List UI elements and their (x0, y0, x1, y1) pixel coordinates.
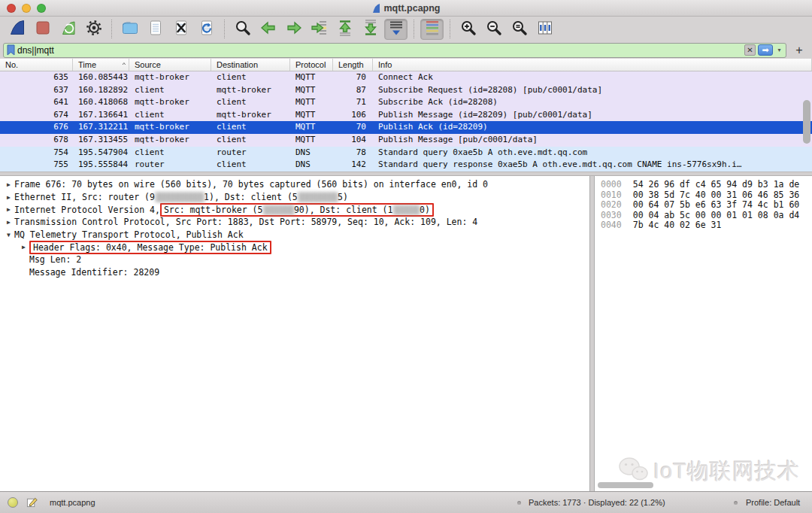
cell-src: client (129, 109, 211, 122)
resize-columns-button[interactable] (533, 19, 556, 40)
restart-capture-icon (59, 19, 77, 40)
reload-file-button[interactable] (195, 19, 218, 40)
cell-dst: mqtt-broker (211, 109, 290, 122)
packet-row[interactable]: 755195.555844routerclientDNS142Standard … (0, 159, 812, 172)
colorize-icon (423, 19, 441, 40)
display-filter-input[interactable] (17, 45, 742, 56)
display-filter-field[interactable]: ✕ ➡ ▾ (3, 43, 786, 58)
expert-info-icon[interactable] (8, 497, 18, 508)
expand-arrow-icon[interactable]: ▶ (3, 206, 14, 213)
go-first-button[interactable] (333, 19, 356, 40)
cell-src: client (129, 84, 211, 97)
cell-info: Publish Message [pub/c0001/data] (373, 134, 812, 147)
minimize-window-button[interactable] (22, 4, 31, 13)
expand-arrow-icon[interactable]: ▶ (18, 244, 29, 250)
go-first-icon (336, 19, 354, 40)
start-capture-button[interactable] (5, 19, 29, 40)
packet-details-pane: ▶Frame 676: 70 bytes on wire (560 bits),… (0, 176, 590, 491)
save-file-button[interactable] (144, 19, 167, 40)
hex-bytes: 00 04 ab 5c 00 00 01 01 08 0a d4 (633, 210, 800, 220)
toolbar-separator (111, 20, 112, 38)
auto-scroll-icon (387, 19, 405, 40)
filter-toolbar: ✕ ➡ ▾ + (0, 41, 812, 59)
zoom-window-button[interactable] (37, 4, 46, 13)
zoom-in-icon (459, 19, 477, 40)
close-file-button[interactable] (169, 19, 192, 40)
hex-horizontal-scrollbar[interactable] (598, 482, 653, 488)
find-packet-button[interactable] (231, 19, 254, 40)
hex-row[interactable]: 002000 64 07 5b e6 63 3f 74 4c b1 60 (601, 200, 812, 211)
profile-status[interactable]: Profile: Default (746, 498, 800, 507)
go-back-button[interactable] (256, 19, 280, 40)
detail-line[interactable]: ▶Ethernet II, Src: router (9▒▒▒▒▒▒▒▒▒▒▒1… (0, 191, 589, 204)
packet-row[interactable]: 637160.182892clientmqtt-brokerMQTT87Subs… (0, 84, 812, 97)
capture-comment-icon[interactable] (26, 496, 38, 509)
detail-line[interactable]: ▶Transmission Control Protocol, Src Port… (0, 216, 589, 229)
main-toolbar (0, 17, 812, 41)
packet-list: 635160.085443mqtt-brokerclientMQTT70Conn… (0, 71, 812, 172)
hex-row[interactable]: 001000 38 5d 7c 40 00 31 06 46 85 36 (601, 190, 812, 201)
detail-text: 90), Dst: client (1 (294, 205, 393, 215)
zoom-in-button[interactable] (456, 19, 480, 40)
column-header-info[interactable]: Info (373, 59, 812, 71)
cell-len: 104 (333, 134, 373, 147)
cell-info: Connect Ack (373, 71, 812, 84)
open-file-button[interactable] (118, 19, 141, 40)
detail-line[interactable]: ▼MQ Telemetry Transport Protocol, Publis… (0, 229, 589, 241)
detail-text: Transmission Control Protocol, Src Port:… (14, 217, 477, 227)
go-to-packet-button[interactable] (308, 19, 331, 40)
packet-row[interactable]: 754195.547904clientrouterDNS78Standard q… (0, 147, 812, 159)
clear-filter-button[interactable]: ✕ (744, 44, 756, 56)
detail-line[interactable]: ▶Header Flags: 0x40, Message Type: Publi… (0, 241, 589, 253)
reload-file-icon (198, 19, 216, 40)
detail-line[interactable]: Msg Len: 2 (0, 253, 589, 266)
filter-bookmark-icon[interactable] (7, 44, 15, 56)
packet-row[interactable]: 678167.313455mqtt-brokerclientMQTT104Pub… (0, 134, 812, 147)
capture-options-button[interactable] (82, 19, 105, 40)
find-packet-icon (234, 19, 252, 40)
go-last-icon (362, 19, 380, 40)
auto-scroll-button[interactable] (384, 19, 408, 40)
colorize-button[interactable] (420, 19, 444, 40)
column-header-length[interactable]: Length (333, 59, 373, 71)
packet-list-scrollbar[interactable] (803, 100, 810, 144)
column-header-source[interactable]: Source (129, 59, 211, 71)
censored-address: ▒▒▒▒▒▒▒▒▒▒▒ (155, 192, 204, 202)
expand-arrow-icon[interactable]: ▶ (3, 219, 14, 226)
go-forward-button[interactable] (282, 19, 305, 40)
hex-offset: 0040 (601, 220, 622, 230)
packet-row[interactable]: 635160.085443mqtt-brokerclientMQTT70Conn… (0, 71, 812, 84)
column-header-destination[interactable]: Destination (211, 59, 290, 71)
column-header-protocol[interactable]: Protocol (290, 59, 333, 71)
hex-row[interactable]: 00407b 4c 40 02 6e 31 (601, 220, 812, 231)
detail-line[interactable]: Message Identifier: 28209 (0, 266, 589, 279)
filter-history-dropdown[interactable]: ▾ (775, 47, 783, 53)
hex-offset: 0030 (601, 210, 622, 220)
cell-info: Subscribe Request (id=28208) [pub/c0001/… (373, 84, 812, 97)
detail-line[interactable]: ▶Frame 676: 70 bytes on wire (560 bits),… (0, 178, 589, 191)
detail-line[interactable]: ▶Internet Protocol Version 4, Src: mqtt-… (0, 203, 589, 216)
cell-src: router (129, 159, 211, 172)
packet-row[interactable]: 674167.136641clientmqtt-brokerMQTT106Pub… (0, 109, 812, 122)
hex-row[interactable]: 003000 04 ab 5c 00 00 01 01 08 0a d4 (601, 211, 812, 221)
stop-capture-button[interactable] (31, 19, 54, 40)
cell-time: 167.313455 (73, 134, 129, 147)
restart-capture-button[interactable] (56, 19, 80, 40)
packet-row[interactable]: 641160.418068mqtt-brokerclientMQTT71Subs… (0, 96, 812, 109)
cell-len: 78 (333, 147, 373, 159)
expand-arrow-icon[interactable]: ▶ (3, 181, 14, 188)
packet-row-selected[interactable]: 676167.312211mqtt-brokerclientMQTT70Publ… (0, 121, 812, 134)
column-header-no[interactable]: No. (0, 59, 73, 71)
cell-no: 641 (0, 96, 73, 109)
expand-arrow-icon[interactable]: ▶ (3, 194, 14, 201)
column-header-time[interactable]: Time^ (73, 59, 129, 71)
zoom-out-button[interactable] (482, 19, 505, 40)
apply-filter-button[interactable]: ➡ (758, 44, 773, 56)
add-filter-button-button[interactable]: + (791, 43, 807, 58)
collapse-arrow-icon[interactable]: ▼ (3, 232, 14, 238)
close-window-button[interactable] (7, 4, 16, 13)
go-last-button[interactable] (359, 19, 382, 40)
zoom-reset-button[interactable] (508, 19, 531, 40)
go-forward-icon (285, 19, 303, 40)
hex-row[interactable]: 000054 26 96 df c4 65 94 d9 b3 1a de (601, 180, 812, 190)
